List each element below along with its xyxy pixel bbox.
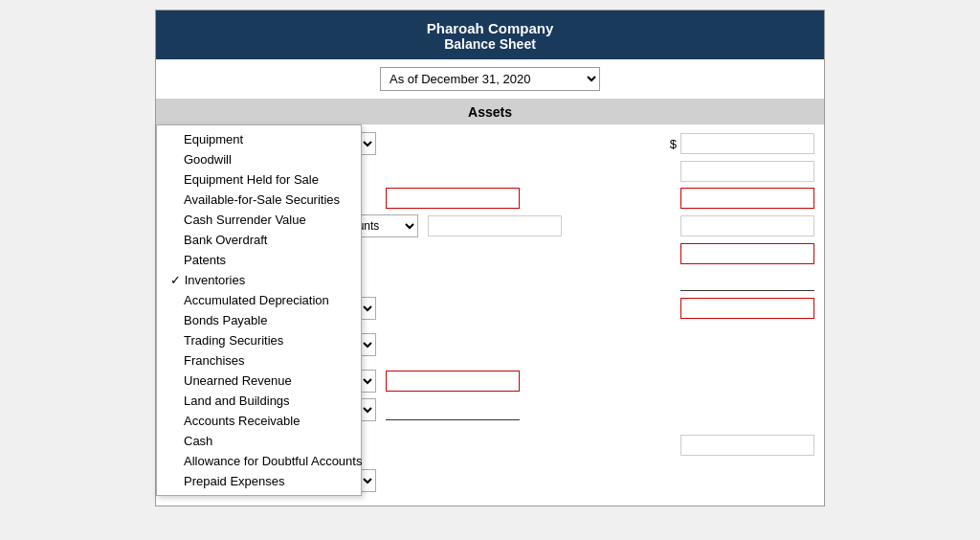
input-investments-total[interactable] bbox=[680, 435, 814, 456]
menu-item-bonds-payable[interactable]: Bonds Payable bbox=[157, 310, 361, 330]
menu-item-cash[interactable]: Cash bbox=[157, 431, 361, 451]
input-afss[interactable] bbox=[386, 399, 520, 420]
menu-item-equipment-held[interactable]: Equipment Held for Sale bbox=[157, 169, 361, 190]
header: Pharoah Company Balance Sheet bbox=[156, 11, 824, 59]
right-group-5 bbox=[680, 243, 814, 264]
menu-item-accounts-receivable[interactable]: Accounts Receivable bbox=[157, 411, 361, 431]
input-row2-right[interactable] bbox=[680, 161, 814, 182]
input-row4-right[interactable] bbox=[680, 215, 814, 236]
menu-item-goodwill[interactable]: Goodwill bbox=[157, 149, 361, 169]
menu-item-patents[interactable]: Patents bbox=[157, 250, 361, 270]
input-row4-mid[interactable] bbox=[428, 215, 562, 236]
menu-item-bank-overdraft[interactable]: Bank Overdraft bbox=[157, 230, 361, 250]
menu-item-cash-surrender[interactable]: Cash Surrender Value bbox=[157, 210, 361, 230]
menu-item-land-buildings[interactable]: Land and Buildings bbox=[157, 391, 361, 411]
input-row6-right[interactable] bbox=[680, 270, 814, 291]
menu-item-inventories[interactable]: Inventories bbox=[157, 270, 361, 290]
menu-item-equipment[interactable]: Equipment bbox=[157, 129, 361, 149]
date-select[interactable]: As of December 31, 2020 bbox=[380, 67, 600, 91]
input-total-current[interactable] bbox=[680, 298, 814, 319]
sheet-title: Balance Sheet bbox=[156, 36, 824, 52]
main-container: Pharoah Company Balance Sheet As of Dece… bbox=[155, 10, 825, 506]
right-group-2 bbox=[680, 161, 814, 182]
menu-item-accumulated-dep[interactable]: Accumulated Depreciation bbox=[157, 290, 361, 310]
dollar-sign-1: $ bbox=[670, 137, 677, 151]
right-group-3 bbox=[680, 188, 814, 209]
menu-item-franchises[interactable]: Franchises bbox=[157, 350, 361, 371]
input-row3-mid[interactable] bbox=[386, 188, 520, 209]
input-current-assets-right[interactable] bbox=[680, 133, 814, 154]
right-group-4 bbox=[680, 215, 814, 236]
right-group-7 bbox=[680, 298, 814, 319]
input-csv[interactable] bbox=[386, 371, 520, 392]
menu-item-prepaid[interactable]: Prepaid Expenses bbox=[157, 471, 361, 491]
dropdown-menu: Equipment Goodwill Equipment Held for Sa… bbox=[156, 124, 362, 496]
right-group-6 bbox=[680, 270, 814, 291]
right-group-1: $ bbox=[670, 133, 814, 154]
input-row5-right[interactable] bbox=[680, 243, 814, 264]
menu-item-allowance[interactable]: Allowance for Doubtful Accounts bbox=[157, 451, 361, 471]
menu-item-unearned-revenue[interactable]: Unearned Revenue bbox=[157, 371, 361, 391]
input-row3-right[interactable] bbox=[680, 188, 814, 209]
menu-item-available-for-sale[interactable]: Available-for-Sale Securities bbox=[157, 190, 361, 210]
content-area: Current Assets $ bbox=[156, 124, 824, 506]
menu-item-trading-securities[interactable]: Trading Securities bbox=[157, 330, 361, 350]
company-name: Pharoah Company bbox=[156, 20, 824, 36]
right-group-inv bbox=[680, 435, 814, 456]
assets-header: Assets bbox=[156, 100, 824, 124]
date-row: As of December 31, 2020 bbox=[156, 59, 824, 100]
